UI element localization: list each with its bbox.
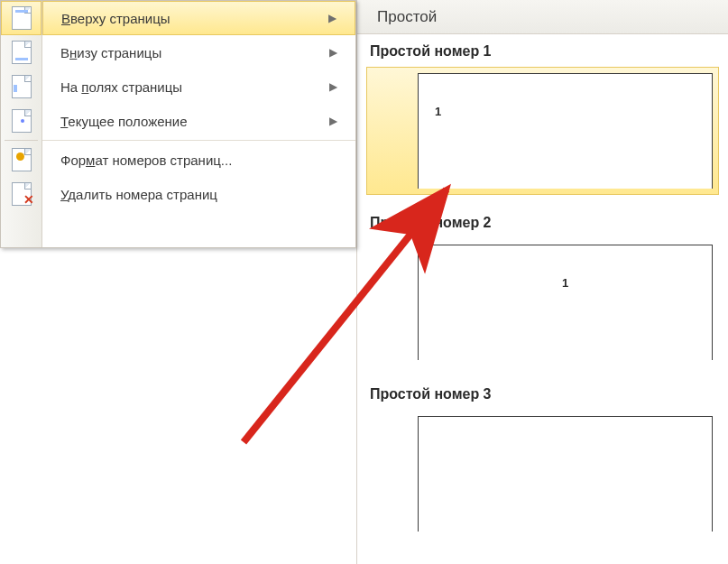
menu-page-margins[interactable]: На полях страницы ▶ (42, 69, 355, 104)
menu-current-position[interactable]: Текущее положение ▶ (42, 104, 355, 138)
chevron-right-icon: ▶ (328, 12, 336, 24)
page-format-icon (1, 143, 41, 177)
menu-format-page-numbers[interactable]: Формат номеров страниц... (42, 143, 355, 177)
gallery-item-simple-1[interactable]: 1 (357, 67, 728, 206)
page-margin-icon (1, 69, 41, 104)
menu-icon-strip: ✕ (1, 1, 42, 247)
chevron-right-icon: ▶ (329, 46, 337, 59)
page-delete-icon: ✕ (1, 177, 41, 211)
gallery-item-simple-3[interactable] (357, 410, 728, 549)
gallery-header: Простой (357, 0, 728, 34)
chevron-right-icon: ▶ (329, 80, 337, 93)
menu-bottom-of-page[interactable]: Внизу страницы ▶ (42, 35, 355, 69)
menu-remove-page-numbers[interactable]: Удалить номера страниц (42, 177, 355, 211)
gallery-item-simple-2[interactable]: 1 (357, 238, 728, 377)
menu-items: Вверху страницы ▶ Внизу страницы ▶ На по… (42, 1, 355, 247)
page-number-menu: ✕ Вверху страницы ▶ Внизу страницы ▶ На … (0, 0, 356, 248)
menu-top-of-page[interactable]: Вверху страницы ▶ (42, 1, 355, 35)
gallery-item-2-label: Простой номер 2 (357, 206, 728, 238)
chevron-right-icon: ▶ (329, 115, 337, 127)
page-current-icon (1, 104, 41, 138)
menu-separator (42, 140, 355, 141)
page-number-preview: 1 (435, 105, 441, 118)
page-number-preview: 1 (562, 276, 568, 290)
page-number-gallery: Простой Простой номер 1 1 Простой номер … (356, 0, 728, 564)
gallery-item-3-label: Простой номер 3 (357, 377, 728, 410)
page-bottom-icon (1, 35, 41, 69)
page-top-icon (1, 1, 41, 35)
gallery-item-1-label: Простой номер 1 (357, 34, 728, 67)
